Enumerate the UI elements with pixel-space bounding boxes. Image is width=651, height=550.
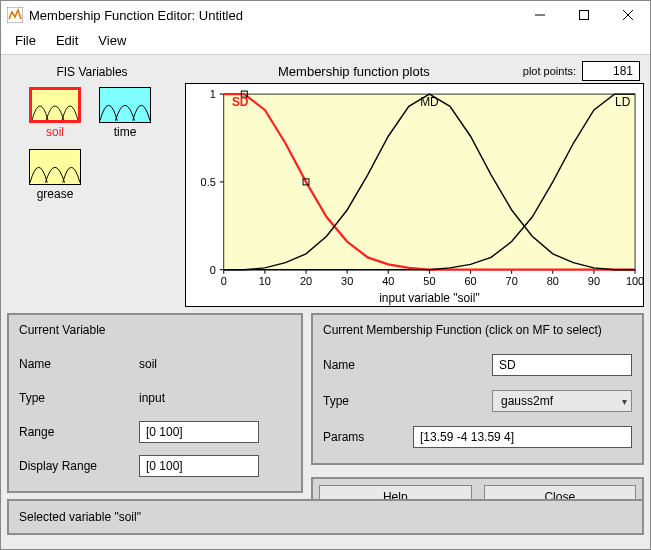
cv-type-label: Type [19,391,139,405]
svg-text:0: 0 [221,275,227,287]
svg-text:10: 10 [259,275,271,287]
cv-name-label: Name [19,357,139,371]
fis-var-time-label: time [114,125,137,139]
status-text: Selected variable "soil" [19,510,141,524]
cv-drange-input[interactable] [139,455,259,477]
svg-text:100: 100 [626,275,643,287]
mf-type-label: Type [323,394,413,408]
plot-points-input[interactable] [582,61,640,81]
close-window-button[interactable] [606,1,650,29]
mf-params-input[interactable] [413,426,632,448]
fis-var-time-icon [99,87,151,123]
mf-params-label: Params [323,430,413,444]
svg-rect-2 [580,11,589,20]
title-bar: Membership Function Editor: Untitled [1,1,650,29]
svg-rect-5 [224,94,635,270]
mf-name-input[interactable] [492,354,632,376]
cv-name-value: soil [139,357,157,371]
svg-text:MD: MD [420,95,439,109]
current-mf-title: Current Membership Function (click on MF… [323,323,632,337]
svg-text:1: 1 [210,88,216,100]
fis-var-soil-label: soil [46,125,64,139]
fis-var-time[interactable]: time [95,87,155,139]
current-variable-title: Current Variable [19,323,291,337]
mf-type-value: gauss2mf [501,394,553,408]
fis-var-grease[interactable]: grease [25,149,85,201]
chevron-down-icon: ▾ [622,396,627,407]
current-variable-panel: Current Variable Name soil Type input Ra… [7,313,303,493]
svg-text:40: 40 [382,275,394,287]
mf-type-select[interactable]: gauss2mf ▾ [492,390,632,412]
cv-type-value: input [139,391,165,405]
window-title: Membership Function Editor: Untitled [29,8,518,23]
plot-panel: Membership function plots plot points: 0… [185,61,644,307]
fis-var-soil[interactable]: soil [25,87,85,139]
svg-text:LD: LD [615,95,631,109]
fis-variables-panel: FIS Variables soil time [7,61,177,307]
menu-bar: File Edit View [1,29,650,55]
svg-text:90: 90 [588,275,600,287]
app-icon [7,7,23,23]
plot-title: Membership function plots [185,64,523,79]
fis-var-grease-label: grease [37,187,74,201]
maximize-button[interactable] [562,1,606,29]
minimize-button[interactable] [518,1,562,29]
menu-view[interactable]: View [94,31,130,50]
svg-text:input variable "soil": input variable "soil" [379,291,479,305]
cv-range-label: Range [19,425,139,439]
svg-text:30: 30 [341,275,353,287]
menu-file[interactable]: File [11,31,40,50]
svg-text:SD: SD [232,95,249,109]
plot-points-label: plot points: [523,65,576,77]
svg-text:50: 50 [423,275,435,287]
svg-text:80: 80 [547,275,559,287]
mf-plot[interactable]: 010203040506070809010000.51input variabl… [185,83,644,307]
svg-text:70: 70 [506,275,518,287]
current-mf-panel: Current Membership Function (click on MF… [311,313,644,465]
cv-range-input[interactable] [139,421,259,443]
svg-text:0: 0 [210,264,216,276]
cv-drange-label: Display Range [19,459,139,473]
fis-var-soil-icon [29,87,81,123]
mf-name-label: Name [323,358,413,372]
status-bar: Selected variable "soil" [7,499,644,535]
fis-variables-title: FIS Variables [56,65,127,79]
svg-text:0.5: 0.5 [201,176,216,188]
window-controls [518,1,650,29]
svg-text:60: 60 [464,275,476,287]
svg-text:20: 20 [300,275,312,287]
fis-var-grease-icon [29,149,81,185]
menu-edit[interactable]: Edit [52,31,82,50]
